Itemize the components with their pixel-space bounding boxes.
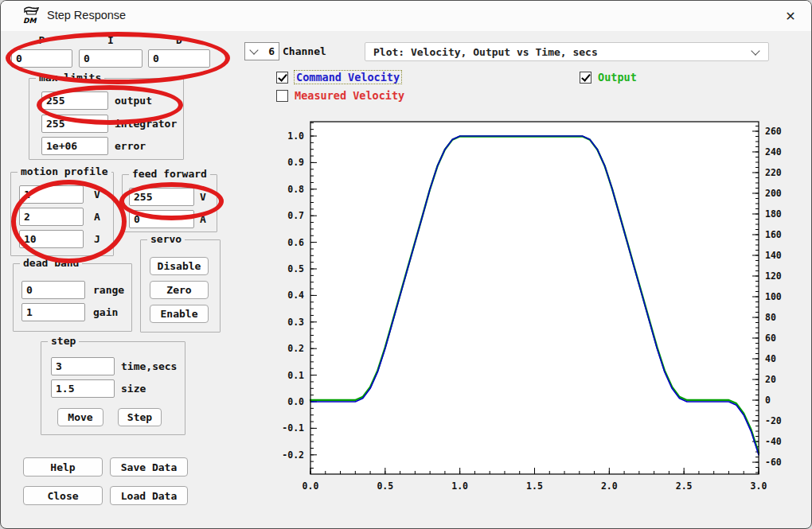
dead-band-gain-input[interactable] bbox=[21, 303, 85, 321]
command-velocity-checkbox[interactable] bbox=[276, 72, 288, 84]
dead-band-range-label: range bbox=[93, 284, 124, 296]
svg-text:0.8: 0.8 bbox=[287, 184, 304, 195]
chevron-down-icon bbox=[751, 46, 759, 55]
measured-velocity-label: Measured Velocity bbox=[295, 89, 404, 102]
ff-accel-label: A bbox=[200, 213, 206, 225]
d-label: D bbox=[148, 34, 210, 46]
svg-text:0: 0 bbox=[765, 395, 771, 406]
svg-text:140: 140 bbox=[765, 250, 782, 261]
i-label: I bbox=[79, 34, 142, 46]
step-button[interactable]: Step bbox=[118, 408, 162, 426]
svg-text:60: 60 bbox=[765, 333, 776, 344]
step-group: step time,secs size Move Step bbox=[41, 341, 185, 435]
svg-text:2.0: 2.0 bbox=[601, 480, 618, 492]
check-icon bbox=[581, 72, 591, 81]
titlebar: DM Step Response ✕ bbox=[1, 1, 811, 31]
step-legend: step bbox=[48, 335, 79, 347]
ff-accel-input[interactable] bbox=[129, 210, 194, 228]
feed-forward-legend: feed forward bbox=[129, 168, 210, 180]
svg-text:0.9: 0.9 bbox=[287, 157, 304, 168]
profile-accel-input[interactable] bbox=[19, 208, 84, 226]
svg-text:0.1: 0.1 bbox=[287, 370, 304, 381]
ff-velocity-input[interactable] bbox=[129, 188, 194, 206]
plot-type-dropdown[interactable]: Plot: Velocity, Output vs Time, secs bbox=[365, 42, 769, 61]
command-velocity-label: Command Velocity bbox=[295, 71, 401, 84]
step-size-label: size bbox=[121, 383, 146, 395]
max-output-label: output bbox=[115, 95, 152, 107]
svg-text:0.5: 0.5 bbox=[287, 263, 304, 274]
i-gain-input[interactable] bbox=[79, 49, 142, 68]
step-time-input[interactable] bbox=[51, 357, 115, 375]
output-checkbox[interactable] bbox=[580, 72, 591, 84]
dead-band-range-input[interactable] bbox=[21, 281, 85, 299]
svg-text:240: 240 bbox=[765, 146, 782, 158]
close-button[interactable]: Close bbox=[23, 486, 103, 505]
app-icon: DM bbox=[21, 6, 42, 25]
svg-text:180: 180 bbox=[765, 208, 782, 220]
check-icon bbox=[278, 72, 287, 81]
dead-band-legend: dead band bbox=[20, 257, 82, 269]
servo-zero-button[interactable]: Zero bbox=[150, 281, 209, 299]
step-time-label: time,secs bbox=[121, 360, 177, 372]
svg-text:0.4: 0.4 bbox=[287, 290, 304, 301]
svg-text:100: 100 bbox=[765, 291, 782, 302]
channel-spinner[interactable]: 6 bbox=[244, 42, 279, 60]
channel-value: 6 bbox=[257, 45, 279, 57]
servo-disable-button[interactable]: Disable bbox=[150, 257, 209, 275]
svg-text:1.0: 1.0 bbox=[287, 130, 304, 142]
dead-band-group: dead band range gain bbox=[13, 263, 132, 332]
svg-text:0.0: 0.0 bbox=[303, 480, 319, 492]
svg-text:0.2: 0.2 bbox=[287, 343, 304, 354]
svg-text:40: 40 bbox=[765, 353, 776, 364]
profile-velocity-input[interactable] bbox=[19, 185, 84, 204]
move-button[interactable]: Move bbox=[57, 408, 103, 426]
svg-text:80: 80 bbox=[765, 312, 776, 323]
output-label: Output bbox=[598, 71, 637, 84]
help-button[interactable]: Help bbox=[23, 457, 103, 476]
svg-text:-0.1: -0.1 bbox=[282, 422, 304, 434]
svg-text:1.0: 1.0 bbox=[451, 480, 468, 492]
svg-text:120: 120 bbox=[765, 270, 782, 282]
servo-group: servo Disable Zero Enable bbox=[140, 239, 221, 333]
svg-text:0.3: 0.3 bbox=[287, 317, 304, 328]
step-size-input[interactable] bbox=[51, 379, 115, 398]
svg-text:220: 220 bbox=[765, 167, 782, 178]
motion-profile-group: motion profile V A J bbox=[10, 172, 114, 256]
save-data-button[interactable]: Save Data bbox=[110, 457, 188, 476]
max-limits-legend: max limits bbox=[36, 72, 104, 84]
max-error-input[interactable] bbox=[41, 137, 108, 155]
svg-text:0.5: 0.5 bbox=[377, 480, 393, 492]
step-response-plot: 0.00.51.01.52.02.53.0-0.2-0.10.00.10.20.… bbox=[271, 111, 805, 502]
dead-band-gain-label: gain bbox=[93, 306, 118, 318]
motion-profile-legend: motion profile bbox=[18, 165, 111, 177]
close-window-button[interactable]: ✕ bbox=[776, 4, 805, 28]
svg-text:0.7: 0.7 bbox=[287, 210, 304, 221]
svg-text:160: 160 bbox=[765, 229, 782, 240]
svg-text:1.5: 1.5 bbox=[526, 480, 543, 492]
servo-enable-button[interactable]: Enable bbox=[150, 305, 209, 323]
max-integrator-label: integrator bbox=[115, 118, 177, 130]
profile-jerk-input[interactable] bbox=[19, 230, 84, 248]
plot-type-value: Plot: Velocity, Output vs Time, secs bbox=[365, 46, 752, 58]
max-integrator-input[interactable] bbox=[41, 115, 108, 133]
step-response-window: DM Step Response ✕ P I D max limits outp… bbox=[0, 0, 812, 529]
channel-label: Channel bbox=[283, 45, 326, 57]
max-output-input[interactable] bbox=[41, 91, 108, 110]
load-data-button[interactable]: Load Data bbox=[110, 486, 188, 505]
svg-text:3.0: 3.0 bbox=[751, 480, 767, 492]
d-gain-input[interactable] bbox=[148, 49, 210, 68]
svg-text:0.0: 0.0 bbox=[287, 396, 304, 407]
svg-text:-20: -20 bbox=[765, 415, 782, 426]
profile-jerk-label: J bbox=[94, 233, 100, 245]
svg-text:-60: -60 bbox=[765, 457, 782, 468]
max-error-label: error bbox=[115, 140, 146, 152]
svg-text:DM: DM bbox=[23, 17, 37, 25]
ff-velocity-label: V bbox=[200, 191, 206, 203]
svg-text:260: 260 bbox=[765, 126, 782, 137]
p-label: P bbox=[11, 34, 72, 46]
measured-velocity-checkbox[interactable] bbox=[276, 90, 288, 102]
max-limits-group: max limits output integrator error bbox=[29, 78, 184, 160]
svg-text:0.6: 0.6 bbox=[287, 237, 304, 248]
profile-accel-label: A bbox=[94, 211, 100, 223]
p-gain-input[interactable] bbox=[11, 49, 72, 68]
